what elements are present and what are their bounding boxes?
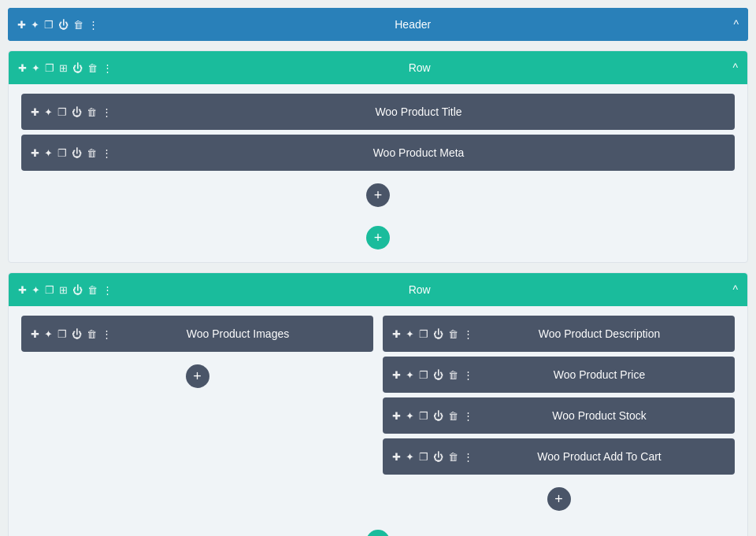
meta-toolbar: ✚ ✦ ❐ ⏻ 🗑 ⋮ bbox=[31, 147, 112, 159]
images-more-icon[interactable]: ⋮ bbox=[102, 328, 112, 340]
row2-col-left: ✚ ✦ ❐ ⏻ 🗑 ⋮ Woo Product Images + bbox=[21, 316, 373, 516]
meta-add-icon[interactable]: ✚ bbox=[31, 147, 39, 159]
woo-product-add-to-cart-label: Woo Product Add To Cart bbox=[473, 450, 725, 463]
price-delete-icon[interactable]: 🗑 bbox=[448, 369, 458, 381]
row1-title: Row bbox=[113, 61, 726, 74]
row1-grid-icon[interactable]: ⊞ bbox=[59, 62, 68, 74]
row1-container: ✚ ✦ ❐ ⊞ ⏻ 🗑 ⋮ Row ^ ✚ ✦ ❐ ⏻ 🗑 ⋮ bbox=[8, 50, 748, 263]
images-power-icon[interactable]: ⏻ bbox=[72, 328, 82, 340]
row1-add-outer-btn[interactable]: + bbox=[366, 226, 390, 250]
woo-product-meta-label: Woo Product Meta bbox=[112, 146, 725, 159]
images-delete-icon[interactable]: 🗑 bbox=[87, 328, 97, 340]
woo-product-price-label: Woo Product Price bbox=[473, 368, 725, 381]
title-add-icon[interactable]: ✚ bbox=[31, 106, 39, 118]
meta-more-icon[interactable]: ⋮ bbox=[102, 147, 112, 159]
row1-settings-icon[interactable]: ✦ bbox=[32, 62, 40, 74]
cart-settings-icon[interactable]: ✦ bbox=[406, 451, 414, 463]
desc-add-icon[interactable]: ✚ bbox=[392, 328, 401, 340]
title-power-icon[interactable]: ⏻ bbox=[72, 106, 82, 118]
stock-power-icon[interactable]: ⏻ bbox=[433, 410, 443, 422]
desc-power-icon[interactable]: ⏻ bbox=[433, 328, 443, 340]
stock-settings-icon[interactable]: ✦ bbox=[406, 410, 414, 422]
price-toolbar: ✚ ✦ ❐ ⏻ 🗑 ⋮ bbox=[392, 369, 473, 381]
title-delete-icon[interactable]: 🗑 bbox=[87, 106, 97, 118]
images-add-icon[interactable]: ✚ bbox=[31, 328, 39, 340]
row1-more-icon[interactable]: ⋮ bbox=[102, 62, 113, 74]
cart-add-icon[interactable]: ✚ bbox=[392, 451, 401, 463]
woo-product-price-element: ✚ ✦ ❐ ⏻ 🗑 ⋮ Woo Product Price bbox=[383, 357, 735, 393]
row2-body: ✚ ✦ ❐ ⏻ 🗑 ⋮ Woo Product Images + bbox=[9, 306, 747, 525]
cart-power-icon[interactable]: ⏻ bbox=[433, 451, 443, 463]
row2-delete-icon[interactable]: 🗑 bbox=[87, 284, 98, 296]
row2-settings-icon[interactable]: ✦ bbox=[32, 284, 40, 296]
row2-add-icon[interactable]: ✚ bbox=[18, 284, 27, 296]
row1-body: ✚ ✦ ❐ ⏻ 🗑 ⋮ Woo Product Title ✚ ✦ ❐ ⏻ 🗑 … bbox=[9, 84, 747, 221]
price-more-icon[interactable]: ⋮ bbox=[463, 369, 473, 381]
woo-product-title-label: Woo Product Title bbox=[112, 105, 725, 118]
cart-toolbar: ✚ ✦ ❐ ⏻ 🗑 ⋮ bbox=[392, 451, 473, 463]
row1-toolbar: ✚ ✦ ❐ ⊞ ⏻ 🗑 ⋮ bbox=[18, 62, 113, 74]
power-icon[interactable]: ⏻ bbox=[58, 19, 69, 31]
woo-product-add-to-cart-element: ✚ ✦ ❐ ⏻ 🗑 ⋮ Woo Product Add To Cart bbox=[383, 438, 735, 475]
desc-delete-icon[interactable]: 🗑 bbox=[448, 328, 458, 340]
stock-toolbar: ✚ ✦ ❐ ⏻ 🗑 ⋮ bbox=[392, 410, 473, 422]
meta-duplicate-icon[interactable]: ❐ bbox=[57, 147, 67, 159]
row1-add-inner-btn[interactable]: + bbox=[366, 183, 390, 207]
duplicate-icon[interactable]: ❐ bbox=[44, 19, 54, 31]
meta-power-icon[interactable]: ⏻ bbox=[72, 147, 82, 159]
cart-delete-icon[interactable]: 🗑 bbox=[448, 451, 458, 463]
header-bar: ✚ ✦ ❐ ⏻ 🗑 ⋮ Header ^ bbox=[8, 8, 748, 41]
row2-power-icon[interactable]: ⏻ bbox=[72, 284, 83, 296]
header-title: Header bbox=[98, 18, 727, 31]
images-settings-icon[interactable]: ✦ bbox=[44, 328, 53, 340]
row2-col-right: ✚ ✦ ❐ ⏻ 🗑 ⋮ Woo Product Description ✚ bbox=[383, 316, 735, 516]
images-toolbar: ✚ ✦ ❐ ⏻ 🗑 ⋮ bbox=[31, 328, 112, 340]
row2-grid-icon[interactable]: ⊞ bbox=[59, 284, 68, 296]
row1-duplicate-icon[interactable]: ❐ bbox=[45, 62, 54, 74]
desc-more-icon[interactable]: ⋮ bbox=[463, 328, 473, 340]
price-add-icon[interactable]: ✚ bbox=[392, 369, 401, 381]
row2-more-icon[interactable]: ⋮ bbox=[102, 284, 113, 296]
price-duplicate-icon[interactable]: ❐ bbox=[419, 369, 428, 381]
more-icon[interactable]: ⋮ bbox=[88, 19, 98, 31]
add-icon[interactable]: ✚ bbox=[17, 19, 26, 31]
title-more-icon[interactable]: ⋮ bbox=[102, 106, 112, 118]
stock-more-icon[interactable]: ⋮ bbox=[463, 410, 473, 422]
price-settings-icon[interactable]: ✦ bbox=[406, 369, 414, 381]
col-right-add-btn[interactable]: + bbox=[547, 487, 571, 511]
stock-duplicate-icon[interactable]: ❐ bbox=[419, 410, 428, 422]
col-left-add-btn[interactable]: + bbox=[186, 364, 209, 388]
woo-product-meta-element: ✚ ✦ ❐ ⏻ 🗑 ⋮ Woo Product Meta bbox=[21, 135, 735, 171]
title-duplicate-icon[interactable]: ❐ bbox=[57, 106, 67, 118]
row2-collapse-btn[interactable]: ^ bbox=[732, 283, 738, 296]
header-block: ✚ ✦ ❐ ⏻ 🗑 ⋮ Header ^ bbox=[8, 8, 748, 41]
cart-more-icon[interactable]: ⋮ bbox=[463, 451, 473, 463]
description-toolbar: ✚ ✦ ❐ ⏻ 🗑 ⋮ bbox=[392, 328, 473, 340]
row1-collapse-btn[interactable]: ^ bbox=[732, 61, 738, 74]
stock-delete-icon[interactable]: 🗑 bbox=[448, 410, 458, 422]
woo-product-title-element: ✚ ✦ ❐ ⏻ 🗑 ⋮ Woo Product Title bbox=[21, 94, 735, 130]
settings-icon[interactable]: ✦ bbox=[31, 19, 39, 31]
row1-add-icon[interactable]: ✚ bbox=[18, 62, 27, 74]
delete-icon[interactable]: 🗑 bbox=[73, 19, 83, 31]
header-collapse-btn[interactable]: ^ bbox=[733, 18, 739, 31]
title-settings-icon[interactable]: ✦ bbox=[44, 106, 53, 118]
cart-duplicate-icon[interactable]: ❐ bbox=[419, 451, 428, 463]
images-duplicate-icon[interactable]: ❐ bbox=[57, 328, 67, 340]
woo-product-images-label: Woo Product Images bbox=[112, 327, 364, 340]
meta-delete-icon[interactable]: 🗑 bbox=[87, 147, 97, 159]
desc-settings-icon[interactable]: ✦ bbox=[406, 328, 414, 340]
row1-delete-icon[interactable]: 🗑 bbox=[87, 62, 98, 74]
row2-container: ✚ ✦ ❐ ⊞ ⏻ 🗑 ⋮ Row ^ ✚ ✦ ❐ bbox=[8, 272, 748, 536]
title-toolbar: ✚ ✦ ❐ ⏻ 🗑 ⋮ bbox=[31, 106, 112, 118]
row2-title: Row bbox=[113, 283, 726, 296]
desc-duplicate-icon[interactable]: ❐ bbox=[419, 328, 428, 340]
price-power-icon[interactable]: ⏻ bbox=[433, 369, 443, 381]
woo-product-description-label: Woo Product Description bbox=[473, 327, 725, 340]
row1-power-icon[interactable]: ⏻ bbox=[72, 62, 83, 74]
row2-duplicate-icon[interactable]: ❐ bbox=[45, 284, 54, 296]
row1-header: ✚ ✦ ❐ ⊞ ⏻ 🗑 ⋮ Row ^ bbox=[9, 51, 747, 84]
meta-settings-icon[interactable]: ✦ bbox=[44, 147, 53, 159]
row2-add-outer-btn[interactable]: + bbox=[366, 530, 390, 536]
stock-add-icon[interactable]: ✚ bbox=[392, 410, 401, 422]
